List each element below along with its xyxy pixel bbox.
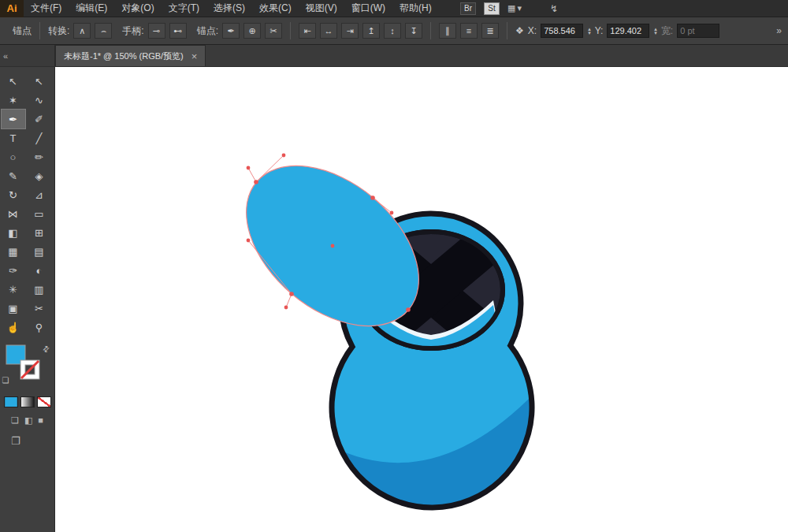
x-stepper[interactable]: ▴ ▾ — [588, 27, 591, 35]
stock-button[interactable]: St — [484, 2, 500, 15]
x-input[interactable] — [541, 24, 583, 38]
width-input[interactable] — [677, 24, 719, 38]
distribute-spacing-button[interactable]: ≣ — [481, 23, 499, 39]
document-tab-bar: 未标题-1* @ 150% (RGB/预览) × — [55, 45, 788, 67]
selection-tool[interactable]: ↖ — [2, 72, 25, 91]
menu-window[interactable]: 窗口(W) — [344, 0, 392, 17]
direct-selection-tool[interactable]: ↖ — [28, 72, 51, 91]
free-transform-tool[interactable]: ▭ — [28, 204, 51, 223]
distribute-horizontal-button[interactable]: ∥ — [439, 23, 456, 39]
fill-stroke-controls: ⇄ ❏ — [2, 344, 54, 389]
convert-to-corner-button[interactable]: ∧ — [73, 23, 91, 39]
panel-more-icon[interactable]: » — [776, 25, 782, 36]
align-center-button[interactable]: ↔ — [320, 23, 337, 39]
screen-mode-menu-icon[interactable]: ◧ — [24, 415, 32, 426]
stroke-color-swatch[interactable] — [20, 359, 40, 380]
menu-edit[interactable]: 编辑(E) — [69, 0, 114, 17]
handle-point[interactable] — [390, 211, 394, 215]
screen-mode-normal-icon[interactable]: ❏ — [11, 415, 19, 426]
delete-anchor-button[interactable]: ✒ — [222, 23, 240, 39]
zoom-tool[interactable]: ⚲ — [28, 318, 51, 337]
slice-tool[interactable]: ✂ — [28, 299, 51, 318]
y-input[interactable] — [607, 24, 649, 38]
default-fill-stroke-icon[interactable]: ❏ — [2, 376, 9, 385]
reference-point-icon[interactable]: ❖ — [515, 25, 524, 36]
lasso-tool[interactable]: ∿ — [28, 91, 51, 110]
center-point[interactable] — [331, 244, 335, 248]
screen-mode-full-icon[interactable]: ■ — [38, 415, 43, 426]
distribute-vertical-button[interactable]: ≡ — [460, 23, 478, 39]
separator — [290, 22, 291, 39]
hand-tool[interactable]: ☝ — [2, 318, 25, 337]
x-label: X: — [528, 25, 537, 36]
eyedropper-tool[interactable]: ✑ — [2, 261, 25, 280]
align-right-button[interactable]: ⇥ — [341, 23, 359, 39]
handle-point[interactable] — [284, 306, 288, 310]
shape-builder-tool[interactable]: ◧ — [2, 223, 25, 242]
control-bar: 锚点 转换: ∧ ⌢ 手柄: ⊸ ⊷ 锚点: ✒ ⊕ ✂ ⇤ ↔ ⇥ ↥ ↕ ↧… — [0, 17, 788, 45]
column-graph-tool[interactable]: ▥ — [28, 280, 51, 299]
align-top-button[interactable]: ↥ — [362, 23, 380, 39]
perspective-grid-tool[interactable]: ⊞ — [28, 223, 51, 242]
menu-view[interactable]: 视图(V) — [299, 0, 344, 17]
collapse-panel-icon[interactable]: « — [3, 51, 8, 61]
drawing-mode-button[interactable]: ❐ — [11, 435, 54, 447]
eraser-tool[interactable]: ◈ — [28, 166, 51, 185]
y-stepper[interactable]: ▴ ▾ — [654, 27, 657, 35]
menu-effect[interactable]: 效果(C) — [252, 0, 299, 17]
gradient-button[interactable] — [20, 396, 35, 407]
menu-select[interactable]: 选择(S) — [206, 0, 252, 17]
stepper-down-icon[interactable]: ▾ — [588, 31, 591, 35]
symbol-sprayer-tool[interactable]: ✳ — [2, 280, 25, 299]
cut-path-button[interactable]: ✂ — [265, 23, 282, 39]
line-segment-tool[interactable]: ╱ — [28, 128, 51, 147]
pencil-tool[interactable]: ✏ — [28, 147, 51, 166]
menu-type[interactable]: 文字(T) — [162, 0, 206, 17]
menu-help[interactable]: 帮助(H) — [392, 0, 439, 17]
align-left-button[interactable]: ⇤ — [299, 23, 316, 39]
gradient-tool[interactable]: ▤ — [28, 242, 51, 261]
swap-fill-stroke-icon[interactable]: ⇄ — [40, 344, 51, 355]
ellipse-tool[interactable]: ○ — [2, 147, 25, 166]
paintbrush-tool[interactable]: ✐ — [28, 110, 51, 128]
align-bottom-button[interactable]: ↧ — [405, 23, 422, 39]
connect-endpoints-button[interactable]: ⊕ — [243, 23, 261, 39]
align-middle-button[interactable]: ↕ — [384, 23, 401, 39]
width-tool[interactable]: ⋈ — [2, 204, 25, 223]
tab-close-icon[interactable]: × — [191, 50, 198, 62]
illustrator-logo: Ai — [0, 0, 24, 17]
convert-to-smooth-button[interactable]: ⌢ — [95, 23, 112, 39]
show-handles-button[interactable]: ⊸ — [148, 23, 165, 39]
magic-wand-tool[interactable]: ✶ — [2, 91, 25, 110]
screen-mode-buttons: ❏ ◧ ■ — [0, 415, 54, 426]
handle-point[interactable] — [247, 166, 251, 170]
canvas[interactable] — [55, 67, 788, 532]
document-tab[interactable]: 未标题-1* @ 150% (RGB/预览) × — [55, 45, 206, 66]
handle-point[interactable] — [247, 239, 251, 243]
hide-handles-button[interactable]: ⊷ — [169, 23, 187, 39]
scale-tool[interactable]: ⊿ — [28, 185, 51, 204]
separator — [430, 22, 431, 39]
anchor-point[interactable] — [406, 307, 411, 312]
anchor-point[interactable] — [289, 292, 294, 296]
workspace-switcher[interactable]: ▦ ▾ — [507, 3, 522, 13]
power-icon: ↯ — [550, 3, 558, 14]
menu-object[interactable]: 对象(O) — [114, 0, 161, 17]
anchor-point[interactable] — [370, 195, 375, 200]
artboard-tool[interactable]: ▣ — [2, 299, 25, 318]
handles-label: 手柄: — [122, 24, 143, 38]
tools-panel: « ↖ ↖ ✶ ∿ ✒ ✐ T ╱ ○ ✏ ✎ ◈ ↻ ⊿ ⋈ ▭ ◧ ⊞ — [0, 45, 55, 532]
blend-tool[interactable]: ◐ — [28, 261, 51, 280]
pen-tool[interactable]: ✒ — [2, 110, 25, 128]
bridge-button[interactable]: Br — [460, 2, 476, 15]
anchor-point[interactable] — [254, 180, 258, 184]
color-button[interactable] — [4, 396, 18, 407]
type-tool[interactable]: T — [2, 128, 25, 147]
menu-file[interactable]: 文件(F) — [24, 0, 69, 17]
rotate-tool[interactable]: ↻ — [2, 185, 25, 204]
blob-brush-tool[interactable]: ✎ — [2, 166, 25, 185]
handle-point[interactable] — [282, 154, 286, 158]
none-button[interactable] — [37, 396, 51, 407]
mesh-tool[interactable]: ▦ — [2, 242, 25, 261]
stepper-down-icon[interactable]: ▾ — [654, 31, 657, 35]
